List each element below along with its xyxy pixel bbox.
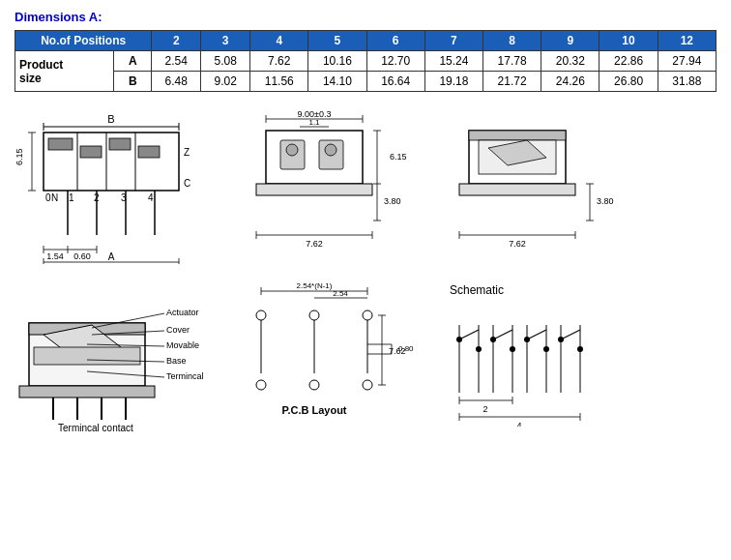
row-b-label: B bbox=[114, 72, 152, 92]
val-b-2: 6.48 bbox=[152, 72, 201, 92]
svg-text:2.54*(N-1): 2.54*(N-1) bbox=[297, 281, 333, 290]
val-b-9: 24.26 bbox=[541, 72, 599, 92]
svg-text:7.62: 7.62 bbox=[509, 239, 526, 249]
val-a-4: 7.62 bbox=[250, 51, 308, 72]
val-a-2: 2.54 bbox=[152, 51, 201, 72]
svg-point-97 bbox=[309, 310, 319, 320]
construction-svg: Actuator Cover Movable Base Termincal Te… bbox=[15, 284, 227, 434]
svg-point-50 bbox=[325, 144, 336, 156]
val-b-12: 31.88 bbox=[658, 72, 716, 92]
svg-line-120 bbox=[493, 330, 512, 339]
val-b-3: 9.02 bbox=[201, 72, 250, 92]
svg-text:1.54: 1.54 bbox=[46, 251, 64, 261]
svg-rect-64 bbox=[469, 131, 566, 140]
val-a-10: 22.86 bbox=[599, 51, 658, 72]
val-a-12: 27.94 bbox=[658, 51, 716, 72]
val-b-5: 14.10 bbox=[308, 72, 366, 92]
svg-line-125 bbox=[527, 330, 546, 339]
schematic-section: Schematic bbox=[440, 277, 633, 429]
svg-text:Z: Z bbox=[184, 147, 190, 158]
th-9: 9 bbox=[541, 31, 599, 51]
termincal-label: Termincal bbox=[166, 371, 204, 381]
svg-line-130 bbox=[561, 330, 580, 339]
svg-text:2: 2 bbox=[482, 404, 487, 414]
svg-text:B: B bbox=[107, 113, 114, 125]
svg-rect-51 bbox=[256, 184, 372, 195]
val-b-8: 21.72 bbox=[483, 72, 541, 92]
movable-label: Movable bbox=[166, 340, 199, 350]
th-12: 12 bbox=[658, 31, 716, 51]
svg-text:3.80: 3.80 bbox=[597, 196, 614, 206]
svg-text:A: A bbox=[108, 251, 115, 262]
th-4: 4 bbox=[250, 31, 308, 51]
th-8: 8 bbox=[483, 31, 541, 51]
dimensions-table-main: No.of Positions 2 3 4 5 6 7 8 9 10 12 Pr… bbox=[15, 30, 716, 92]
svg-text:1.1: 1.1 bbox=[308, 118, 320, 127]
val-b-10: 26.80 bbox=[599, 72, 658, 92]
val-b-6: 16.64 bbox=[366, 72, 424, 92]
diagram-side-view: B 0 N 1 2 3 4 Z C bbox=[15, 109, 227, 267]
svg-rect-9 bbox=[80, 146, 102, 158]
row-a-label: A bbox=[114, 51, 152, 72]
val-b-4: 11.56 bbox=[250, 72, 308, 92]
front-open-svg: 9.00±0.3 1.1 6.15 3.80 bbox=[237, 109, 430, 264]
svg-rect-10 bbox=[109, 138, 131, 150]
th-2: 2 bbox=[152, 31, 201, 51]
svg-text:6.15: 6.15 bbox=[15, 148, 24, 165]
pcb-section: 2.54*(N-1) 2.54 0.80 7.62 bbox=[237, 277, 430, 429]
svg-point-112 bbox=[363, 380, 372, 390]
svg-text:2.54: 2.54 bbox=[333, 289, 348, 298]
th-6: 6 bbox=[366, 31, 424, 51]
base-label: Base bbox=[166, 356, 187, 366]
th-10: 10 bbox=[599, 31, 658, 51]
pcb-layout-label: P.C.B Layout bbox=[281, 404, 346, 416]
schematic-title: Schematic bbox=[450, 283, 504, 297]
val-a-6: 12.70 bbox=[366, 51, 424, 72]
diagram-front-open: 9.00±0.3 1.1 6.15 3.80 bbox=[237, 109, 430, 267]
svg-text:1: 1 bbox=[69, 192, 74, 203]
diagram-cross-section: 3.80 7.62 bbox=[440, 109, 633, 267]
val-b-7: 19.18 bbox=[424, 72, 482, 92]
svg-point-98 bbox=[363, 310, 372, 320]
val-a-7: 15.24 bbox=[424, 51, 482, 72]
cross-section-svg: 3.80 7.62 bbox=[440, 109, 633, 264]
th-5: 5 bbox=[308, 31, 366, 51]
svg-point-96 bbox=[256, 310, 266, 320]
svg-point-111 bbox=[309, 380, 319, 390]
svg-text:7.62: 7.62 bbox=[306, 239, 323, 249]
diagrams-row: B 0 N 1 2 3 4 Z C bbox=[15, 109, 716, 267]
th-7: 7 bbox=[424, 31, 482, 51]
svg-text:0.60: 0.60 bbox=[73, 251, 91, 261]
dimensions-title: Dimensions A: bbox=[15, 10, 716, 24]
terminal-contact-label: Termincal contact bbox=[58, 423, 133, 433]
svg-text:6.15: 6.15 bbox=[390, 152, 407, 162]
val-a-8: 17.78 bbox=[483, 51, 541, 72]
svg-text:C: C bbox=[184, 178, 190, 189]
product-size-label: Productsize bbox=[15, 51, 114, 92]
svg-rect-8 bbox=[48, 138, 73, 150]
schematic-svg: Schematic bbox=[440, 277, 614, 427]
cover-label: Cover bbox=[166, 325, 190, 335]
svg-text:7.62: 7.62 bbox=[389, 346, 406, 356]
val-a-5: 10.16 bbox=[308, 51, 366, 72]
bottom-row: Actuator Cover Movable Base Termincal Te… bbox=[15, 277, 716, 437]
pcb-svg: 2.54*(N-1) 2.54 0.80 7.62 bbox=[242, 277, 425, 427]
svg-rect-46 bbox=[266, 131, 363, 140]
svg-rect-79 bbox=[34, 347, 140, 365]
svg-rect-67 bbox=[459, 184, 575, 195]
svg-text:4: 4 bbox=[148, 192, 154, 203]
svg-point-110 bbox=[256, 380, 266, 390]
svg-text:N: N bbox=[51, 192, 58, 203]
construction-section: Actuator Cover Movable Base Termincal Te… bbox=[15, 277, 227, 437]
side-view-svg: B 0 N 1 2 3 4 Z C bbox=[15, 109, 227, 264]
val-a-3: 5.08 bbox=[201, 51, 250, 72]
svg-rect-80 bbox=[19, 386, 155, 398]
svg-rect-11 bbox=[138, 146, 160, 158]
svg-text:4: 4 bbox=[516, 421, 521, 427]
svg-line-115 bbox=[459, 330, 479, 339]
th-positions: No.of Positions bbox=[15, 31, 152, 51]
actuator-label: Actuator bbox=[166, 308, 199, 317]
val-a-9: 20.32 bbox=[541, 51, 599, 72]
svg-text:3.80: 3.80 bbox=[384, 196, 401, 206]
svg-point-49 bbox=[286, 144, 298, 156]
